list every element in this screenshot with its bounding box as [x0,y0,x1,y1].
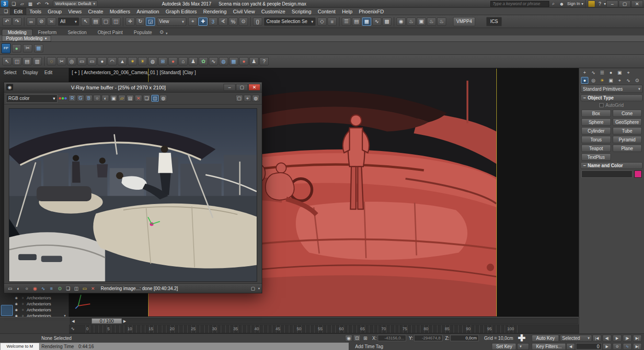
menu-civil-view[interactable]: Civil View [230,8,258,15]
white-balance-icon[interactable]: ○ [23,285,30,292]
plane-button[interactable]: Plane [613,145,642,152]
previous-frame-icon[interactable]: ◀ [566,343,575,350]
next-key-icon[interactable]: |▶ [623,335,632,342]
table-grid-icon[interactable]: ▦ [229,57,238,65]
add-time-tag[interactable]: Add Time Tag [355,344,383,349]
current-frame-field[interactable]: 0 [576,343,602,350]
tab-freeform[interactable]: Freeform [33,29,63,35]
select-by-name-icon[interactable]: ▤ [91,18,100,26]
help-chevron-icon[interactable]: ▾ [604,2,606,6]
x-coordinate-field[interactable]: -43156,0... [378,335,406,341]
play-icon[interactable]: ▶ [613,335,621,342]
red-channel-icon[interactable]: R [69,95,76,102]
frame-forward-icon[interactable]: ▶ [122,318,127,324]
vfb-corner-box-icon[interactable]: ▢ [249,285,257,292]
go-to-end-icon[interactable]: ▶| [633,335,642,342]
select-and-link-icon[interactable]: ∞ [27,18,36,26]
tube-button[interactable]: Tube [613,127,642,134]
key-mode-dropdown[interactable]: Selected ▾ [560,335,592,342]
track-mouse-icon[interactable]: ⌖ [244,95,251,102]
print-icon[interactable]: ▤ [126,95,134,102]
create-tab-icon[interactable]: + [581,69,588,76]
window-crossing-icon[interactable]: ◫ [111,18,121,26]
ribbon-toggle-icon[interactable]: ▦ [362,18,371,26]
set-key-filter-dropdown[interactable]: ▾ [517,343,529,350]
slice-tool-icon[interactable]: ✂ [57,57,66,65]
curve-editor-icon[interactable]: ∿ [372,18,381,26]
menu-rendering[interactable]: Rendering [200,8,230,15]
geometry-type-dropdown[interactable]: Standard Primitives ▾ [581,85,643,93]
spinner-snap-icon[interactable]: ⊙ [239,18,248,26]
tab-populate[interactable]: Populate [128,29,157,35]
sun-light-icon[interactable]: ☀ [138,57,147,65]
torus-button[interactable]: Torus [581,136,611,143]
hierarchy-tab-icon[interactable]: ☰ [598,69,606,76]
open-file-icon[interactable]: ▱ [18,0,26,7]
vfb-minimize-button[interactable]: – [224,84,236,91]
help-icon[interactable]: ? [596,0,604,7]
lights-category-icon[interactable]: ☀ [598,77,606,84]
vfb-channel-dropdown[interactable]: RGB color ▾ [6,94,58,103]
box-button[interactable]: Box [581,110,611,117]
name-color-rollout[interactable]: – Name and Color [581,162,643,169]
cone-button[interactable]: Cone [613,110,642,117]
menu-modifiers[interactable]: Modifiers [106,8,133,15]
polygon-modeling-panel-header[interactable]: Polygon Modeling ▾ [2,35,51,41]
clear-image-icon[interactable]: ✕ [135,95,142,102]
mini-curve-editor-icon[interactable]: ∿ [623,343,632,350]
display-tab-icon[interactable]: ▣ [616,69,623,76]
search-input[interactable] [490,1,549,7]
lut-icon[interactable]: ⊙ [56,285,63,292]
cylinder-primitive-icon[interactable]: ▭ [87,57,97,65]
select-and-rotate-icon[interactable]: ↻ [136,18,145,26]
absolute-mode-icon[interactable]: ⊞ [362,335,369,342]
percent-snap-icon[interactable]: % [229,18,238,26]
monitor-icon[interactable]: ▣ [110,95,117,102]
render-setup-icon[interactable]: ♨ [407,18,416,26]
vfb-expand-icon[interactable]: ▾ [258,286,260,291]
geometry-category-icon[interactable]: ● [581,77,588,84]
pause-render-icon[interactable]: ✕ [89,285,97,292]
go-to-start-icon[interactable]: |◀ [592,335,601,342]
save-image-icon[interactable]: ▱ [118,95,126,102]
select-and-move-icon[interactable]: ✛ [126,18,135,26]
systems-category-icon[interactable]: ⊙ [633,77,641,84]
maximize-button[interactable]: ▢ [619,0,631,7]
cone-primitive-icon[interactable]: ▲ [118,57,127,65]
spacewarps-category-icon[interactable]: ∿ [625,77,632,84]
green-channel-icon[interactable]: G [77,95,84,102]
exposure-icon[interactable]: ◐ [15,285,22,292]
list-view-icon[interactable]: ▤ [23,57,32,65]
person-figure-icon[interactable]: ♟ [189,57,198,65]
selection-lock-icon[interactable]: ⊡ [353,335,361,342]
time-slider-track[interactable]: ◀ 0 / 100 ▶ [70,318,578,324]
ribbon-config-icon[interactable]: ⊙ [158,29,165,35]
previous-key-icon[interactable]: ◀| [603,335,611,342]
explorer-mode-button[interactable] [1,305,13,316]
tab-object-paint[interactable]: Object Paint [92,29,128,35]
key-filters-button[interactable]: Key Filters... [532,343,566,350]
snap-toggle-3d-icon[interactable]: 3 [208,18,218,26]
foliage-icon[interactable]: ✿ [199,57,208,65]
region-render-icon[interactable]: ▢ [236,95,243,102]
z-coordinate-field[interactable]: 0,0cm [450,335,479,341]
selectability-icon[interactable]: ○ [20,307,25,312]
selectability-icon[interactable]: ○ [20,301,25,306]
levels-icon[interactable]: ≡ [48,285,55,292]
tab-selection[interactable]: Selection [62,29,92,35]
menu-tools[interactable]: Tools [26,8,45,15]
go-to-end-icon[interactable]: ▶| [633,343,642,350]
modify-tab-icon[interactable]: ∿ [590,69,597,76]
welcome-button[interactable]: Welcome to M [0,343,40,350]
set-key-button[interactable]: Set Key [492,343,516,350]
color-clamp-icon[interactable]: ◉ [31,285,39,292]
duplicate-buffer-icon[interactable]: ❏ [143,95,150,102]
layer-list-icon[interactable]: ▥ [33,57,42,65]
undo-icon[interactable]: ↶ [2,18,12,26]
motion-tab-icon[interactable]: ● [607,69,615,76]
viewport-standard-menu[interactable]: [Standard] [160,70,181,75]
material-ball-icon[interactable]: ● [168,57,178,65]
sphere-primitive-icon[interactable]: ● [98,57,107,65]
tab-modeling[interactable]: Modeling [2,29,33,35]
selectability-icon[interactable]: ○ [20,295,25,300]
